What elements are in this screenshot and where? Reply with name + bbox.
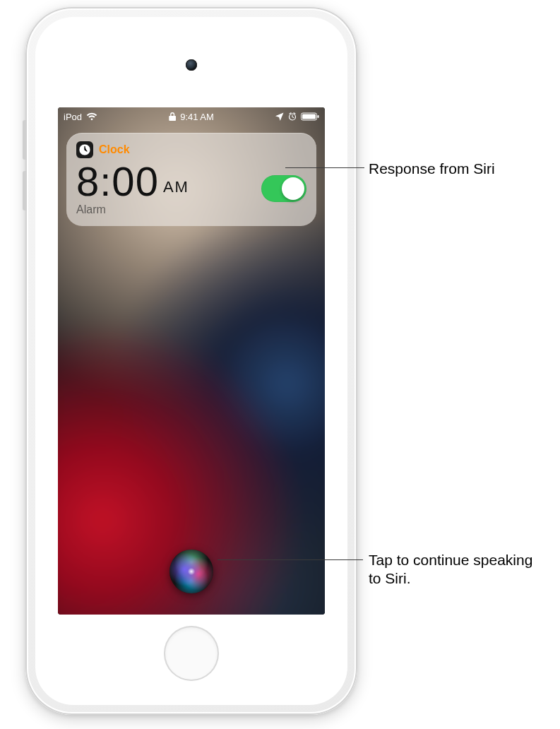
toggle-knob: [282, 177, 304, 200]
home-button[interactable]: [164, 626, 219, 681]
status-bar: iPod 9:41 AM: [58, 107, 325, 126]
callout-leader-line: [285, 167, 364, 168]
svg-rect-2: [302, 114, 316, 119]
callout-response-from-siri: Response from Siri: [369, 160, 495, 178]
clock-app-icon: [76, 141, 93, 158]
siri-orb-button[interactable]: [169, 550, 213, 593]
ipod-device-frame: iPod 9:41 AM: [25, 7, 357, 715]
device-bezel: iPod 9:41 AM: [35, 17, 347, 705]
callout-leader-line: [218, 559, 363, 560]
siri-response-card[interactable]: Clock 8:00 AM Alarm: [66, 133, 316, 226]
alarm-status-icon: [288, 112, 297, 121]
wifi-icon: [86, 112, 97, 121]
battery-icon: [301, 112, 319, 121]
volume-down-button[interactable]: [23, 171, 27, 211]
alarm-time-ampm: AM: [163, 178, 189, 202]
device-screen: iPod 9:41 AM: [58, 107, 325, 615]
location-icon: [275, 112, 284, 121]
front-camera: [186, 59, 197, 71]
alarm-subtitle: Alarm: [76, 203, 189, 216]
carrier-label: iPod: [64, 112, 82, 122]
notification-app-name: Clock: [99, 143, 130, 156]
status-time: 9:41 AM: [180, 112, 214, 122]
callout-tap-to-continue: Tap to continue speaking to Siri.: [369, 551, 545, 588]
svg-rect-3: [318, 115, 319, 118]
alarm-time-value: 8:00: [76, 161, 159, 202]
volume-up-button[interactable]: [23, 120, 27, 160]
alarm-toggle[interactable]: [261, 175, 306, 202]
lock-icon: [169, 112, 176, 121]
